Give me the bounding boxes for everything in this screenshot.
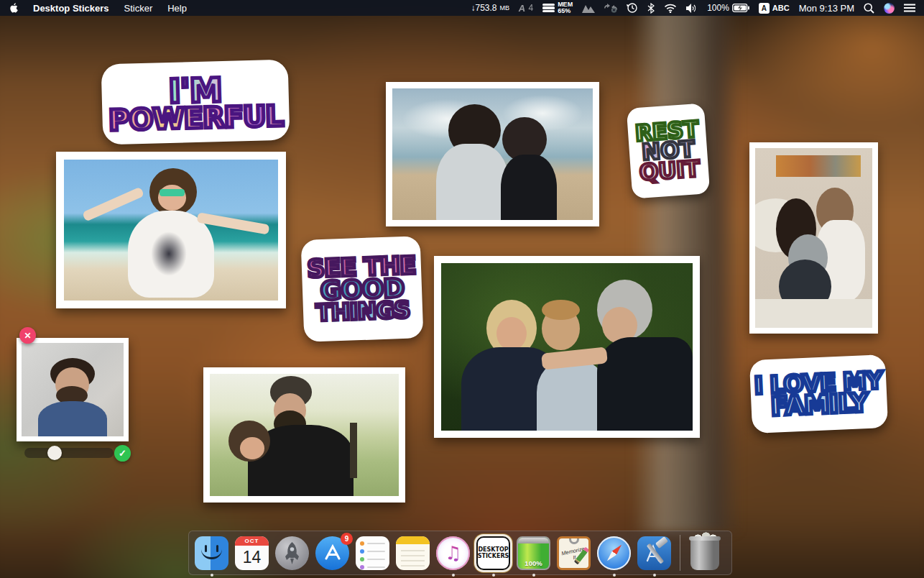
memorize-it-icon: Memorize It — [557, 536, 591, 570]
notes-icon — [396, 536, 430, 570]
dock-item-trash[interactable] — [689, 536, 721, 570]
photo-sticker-friends-beach[interactable] — [386, 82, 599, 226]
running-indicator — [211, 574, 213, 577]
spotlight-menu-item[interactable] — [864, 3, 874, 14]
finder-icon — [195, 536, 228, 570]
rocket-icon — [275, 536, 309, 570]
running-indicator — [452, 574, 455, 577]
sync-off-icon — [604, 3, 617, 13]
dock-item-notes[interactable] — [396, 536, 430, 570]
wifi-icon — [664, 4, 677, 13]
memory-status-item[interactable]: MEM65% — [542, 1, 573, 14]
text-sticker-im-powerful[interactable]: I'M POWERFUL — [101, 60, 290, 145]
app-status-count: 4 — [528, 3, 533, 13]
notification-center-menu-item[interactable] — [904, 4, 915, 12]
dock-item-finder[interactable] — [195, 536, 228, 570]
music-note-icon: ♫ — [436, 536, 470, 570]
dock-item-reminders[interactable] — [356, 536, 389, 570]
sticker-text-line: THINGS — [303, 299, 423, 324]
photo-sticker-mother-kids-bed[interactable] — [749, 142, 878, 334]
sticker-text-line: POWERFUL — [102, 103, 290, 133]
xcode-icon — [637, 536, 671, 570]
launchpad-icon — [275, 536, 309, 570]
dock: OCT 14 9 — [188, 531, 732, 575]
sticker-confirm-button[interactable]: ✓ — [114, 445, 131, 462]
clock-menu-item[interactable]: Mon 9:13 PM — [799, 3, 854, 14]
photo-image — [22, 343, 124, 436]
battery-charging-icon — [732, 4, 749, 12]
dock-item-xcode[interactable] — [637, 536, 671, 570]
dock-item-memorize-it[interactable]: Memorize It — [557, 536, 591, 570]
time-machine-icon — [627, 2, 638, 14]
siri-icon — [884, 3, 895, 14]
desktop-stickers-label-2: STICKERS — [478, 553, 509, 559]
volume-menu-item[interactable] — [686, 4, 698, 13]
desktop-stickers-icon: DESKTOP STICKERS — [476, 536, 510, 570]
mountain-icon — [582, 4, 595, 13]
time-machine-menu-item[interactable] — [627, 2, 638, 14]
text-sticker-see-the-good-things[interactable]: SEE THE GOOD THINGS — [301, 236, 424, 342]
running-indicator — [532, 574, 535, 577]
calendar-day: 14 — [235, 546, 269, 570]
dock-item-battery-app[interactable]: 100% — [517, 536, 550, 570]
sticker-text-line: FAMILY — [751, 390, 887, 419]
desktop-stickers-label-1: DESKTOP — [478, 546, 508, 553]
menu-help[interactable]: Help — [167, 3, 187, 14]
bluetooth-menu-item[interactable] — [647, 3, 655, 14]
calendar-month: OCT — [235, 536, 269, 546]
apple-menu[interactable] — [9, 2, 18, 14]
dock-item-launchpad[interactable] — [275, 536, 309, 570]
text-sticker-rest-not-quit[interactable]: REST NOT QUIT — [627, 103, 711, 198]
photo-image — [441, 263, 693, 431]
input-source-menu-item[interactable]: A ABC — [759, 3, 790, 14]
photo-sticker-man-portrait-selected[interactable]: ✕ ✓ — [17, 338, 129, 441]
reminders-icon — [356, 536, 389, 570]
calendar-icon: OCT 14 — [235, 536, 269, 570]
menu-bar: Desktop Stickers Sticker Help ↓753.8MB A… — [0, 0, 924, 16]
sticker-scale-slider[interactable] — [24, 448, 114, 458]
menu-sticker[interactable]: Sticker — [124, 3, 153, 14]
photo-image — [210, 374, 399, 496]
dock-item-itunes[interactable]: ♫ — [436, 536, 470, 570]
input-source-key-icon: A — [759, 3, 770, 14]
sticker-close-button[interactable]: ✕ — [19, 327, 36, 344]
photo-sticker-girl-beach[interactable] — [56, 152, 286, 308]
dock-item-desktop-stickers[interactable]: DESKTOP STICKERS — [476, 536, 510, 570]
safari-icon — [597, 536, 631, 570]
app-status-icon: A — [518, 3, 526, 14]
app-store-badge: 9 — [341, 533, 353, 545]
dock-item-calendar[interactable]: OCT 14 — [235, 536, 269, 570]
app-status-item[interactable]: A 4 — [519, 3, 533, 14]
download-rate[interactable]: ↓753.8MB — [471, 3, 510, 13]
running-indicator — [492, 574, 495, 577]
compass-needle-icon — [604, 543, 623, 563]
mem-value: 65% — [558, 7, 570, 14]
photo-image — [392, 88, 593, 220]
notification-center-icon — [904, 4, 915, 12]
ram-icon — [542, 4, 555, 13]
download-rate-value: ↓753.8 — [471, 3, 497, 13]
running-indicator — [653, 574, 656, 577]
battery-percent: 100% — [707, 3, 729, 13]
trash-full-icon — [690, 538, 719, 570]
text-sticker-i-love-my-family[interactable]: I LOVE MY FAMILY — [749, 354, 888, 434]
wifi-menu-item[interactable] — [664, 4, 677, 13]
input-layout-label: ABC — [772, 4, 790, 12]
dock-item-safari[interactable] — [597, 536, 631, 570]
sync-menu-item[interactable] — [604, 3, 617, 13]
download-rate-unit: MB — [500, 4, 510, 12]
photo-image — [64, 160, 278, 301]
mountain-menu-item[interactable] — [582, 4, 595, 13]
itunes-icon: ♫ — [436, 536, 470, 570]
bluetooth-icon — [647, 3, 655, 14]
battery-menu-item[interactable]: 100% — [707, 3, 749, 13]
battery-app-percent: 100% — [518, 559, 549, 567]
active-app-name[interactable]: Desktop Stickers — [33, 3, 109, 14]
volume-icon — [686, 4, 698, 13]
running-indicator — [613, 574, 616, 577]
photo-sticker-family-trio[interactable] — [434, 256, 700, 438]
photo-sticker-father-daughter-field[interactable] — [203, 367, 405, 503]
apple-logo-icon — [9, 2, 18, 14]
dock-item-app-store[interactable]: 9 — [315, 536, 349, 570]
siri-menu-item[interactable] — [884, 3, 895, 14]
